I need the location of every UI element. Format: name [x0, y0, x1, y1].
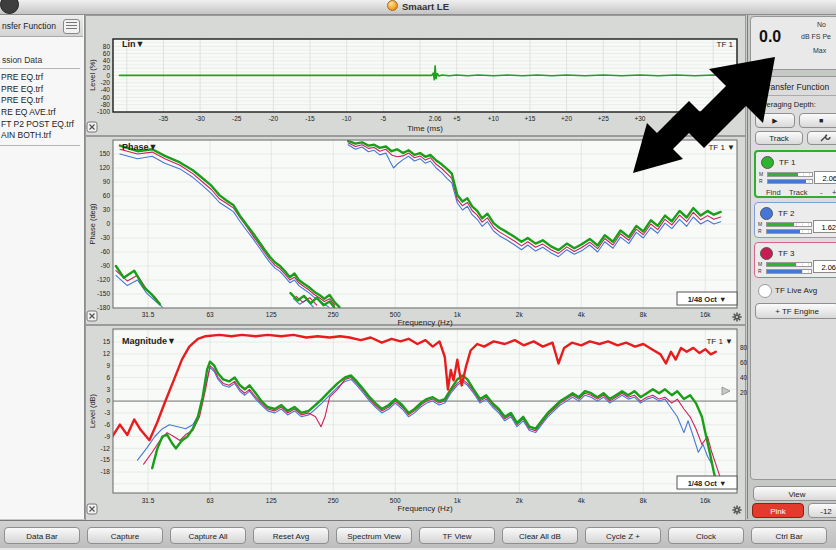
- axis-tick-label: 0: [106, 72, 110, 79]
- tf2-r-meter: [766, 229, 812, 234]
- tf1-label: TF 1: [779, 158, 795, 167]
- tf3-delay-value[interactable]: 2.06: [813, 260, 836, 273]
- tf1-delay-value[interactable]: 2.06: [814, 171, 836, 184]
- file-list-item[interactable]: FT P2 POST EQ.trf: [1, 119, 83, 131]
- axis-tick-label: 250: [328, 497, 339, 504]
- tf1-minus-button[interactable]: -: [820, 188, 823, 197]
- window-title: Smaart LE: [402, 1, 449, 12]
- track-button[interactable]: Track: [755, 131, 803, 145]
- axis-tick-label: -3: [104, 409, 110, 416]
- axis-tick-label: 6: [106, 374, 110, 381]
- octave-smoothing-dropdown[interactable]: 1/48 Oct ▼: [677, 476, 737, 489]
- bottom-toolbar: Data BarCaptureCapture AllReset AvgSpect…: [0, 520, 836, 549]
- axis-tick-label: -100: [97, 108, 110, 115]
- toolbar-button-ctrl-bar[interactable]: Ctrl Bar: [751, 527, 827, 544]
- tf3-active-dot[interactable]: [760, 247, 773, 260]
- play-button[interactable]: ▶: [755, 113, 795, 128]
- stop-button[interactable]: ■: [799, 113, 836, 128]
- divider: [753, 95, 836, 96]
- axis-tick-label: 8k: [640, 497, 648, 504]
- meter-note: No: [817, 21, 826, 28]
- tf2-box[interactable]: TF 2 M R 1.62: [754, 202, 836, 238]
- tf-header: Transfer Function: [751, 82, 836, 92]
- toolbar-button-spectrum-view[interactable]: Spectrum View: [336, 527, 412, 544]
- tf2-active-dot[interactable]: [760, 207, 773, 220]
- axis-tick-label: -180: [97, 304, 110, 311]
- file-list-item[interactable]: PRE EQ.trf: [1, 95, 83, 107]
- add-tf-engine-button[interactable]: + TF Engine: [755, 303, 836, 319]
- tf1-m-meter: [767, 172, 813, 177]
- axis-tick-label: -120: [97, 276, 110, 283]
- tf1-r-meter: [767, 179, 813, 184]
- axis-tick-label: -9: [104, 433, 110, 440]
- tf3-box[interactable]: TF 3 M R 2.06: [754, 242, 836, 278]
- tf1-box[interactable]: TF 1 M R 2.06 Find Track - +: [754, 150, 836, 198]
- octave-smoothing-label: 1/48 Oct ▼: [688, 295, 727, 304]
- axis-tick-label: 40: [103, 57, 111, 64]
- axis-tick-label: 31.5: [142, 311, 155, 318]
- view-label: View: [788, 490, 805, 499]
- pink-noise-button[interactable]: Pink Noise: [752, 503, 804, 518]
- toolbar-button-reset-avg[interactable]: Reset Avg: [253, 527, 329, 544]
- magnitude-plot-svg: Magnitude▼TF 1 ▼15129630-3-6-9-12-15-188…: [85, 325, 746, 521]
- axis-tick-label: 31.5: [142, 497, 155, 504]
- tf1-plus-button[interactable]: +: [832, 188, 836, 197]
- toolbar-button-data-bar[interactable]: Data Bar: [4, 527, 80, 544]
- axis-tick-label: +25: [598, 115, 609, 122]
- magnitude-plot-type-dropdown[interactable]: Magnitude▼: [122, 336, 176, 346]
- axis-tick-label: -150: [97, 290, 110, 297]
- toolbar-button-clock[interactable]: Clock: [668, 527, 744, 544]
- file-list-item[interactable]: PRE EQ.trf: [1, 72, 83, 84]
- toolbar-button-tf-view[interactable]: TF View: [419, 527, 495, 544]
- file-list-item[interactable]: PRE EQ.trf: [1, 84, 83, 96]
- tools-button[interactable]: [807, 131, 836, 145]
- tf1-find-button[interactable]: Find: [766, 188, 781, 197]
- file-list-item[interactable]: AIN BOTH.trf: [1, 130, 83, 142]
- axis-tick-label: 16k: [700, 497, 711, 504]
- toolbar-button-cycle-z-[interactable]: Cycle Z +: [585, 527, 661, 544]
- axis-tick-label: 80: [103, 43, 111, 50]
- close-plot-icon[interactable]: [87, 122, 97, 132]
- close-plot-icon[interactable]: [87, 504, 97, 514]
- gear-icon[interactable]: [732, 312, 741, 321]
- axis-tick-label: 9: [106, 362, 110, 369]
- phase-active-tf-dropdown[interactable]: TF 1 ▼: [708, 143, 735, 152]
- tf-live-avg-radio[interactable]: [758, 284, 772, 298]
- tf3-r-meter: [766, 269, 812, 274]
- phase-plot-type-dropdown[interactable]: Phase▼: [122, 142, 157, 152]
- session-data-label[interactable]: ssion Data: [2, 55, 42, 65]
- toolbar-button-capture-all[interactable]: Capture All: [170, 527, 246, 544]
- magnitude-active-tf-dropdown[interactable]: TF 1 ▼: [706, 337, 733, 346]
- add-tf-engine-label: + TF Engine: [775, 307, 819, 316]
- axis-tick-label: +40: [708, 115, 719, 122]
- r-meter-label: R: [759, 178, 763, 184]
- impulse-plot-type-dropdown[interactable]: Lin▼: [122, 39, 144, 49]
- axis-tick-label: 60: [103, 192, 111, 199]
- axis-tick-label: 3: [106, 386, 110, 393]
- axis-tick-label: -60: [101, 248, 111, 255]
- axis-tick-label: 4k: [578, 311, 586, 318]
- axis-tick-label: -80: [101, 101, 111, 108]
- axis-tick-label: 500: [390, 497, 401, 504]
- octave-smoothing-dropdown[interactable]: 1/48 Oct ▼: [677, 292, 737, 305]
- tf2-delay-value[interactable]: 1.62: [813, 220, 836, 233]
- tf1-active-dot[interactable]: [761, 156, 774, 169]
- toolbar-button-capture[interactable]: Capture: [87, 527, 163, 544]
- axis-tick-label: 60: [103, 50, 111, 57]
- gear-icon[interactable]: [732, 505, 741, 514]
- axis-tick-label: 120: [99, 164, 110, 171]
- axis-tick-label: +5: [453, 115, 461, 122]
- app-icon: [387, 0, 398, 11]
- axis-tick-label: -35: [159, 115, 169, 122]
- close-plot-icon[interactable]: [87, 311, 97, 321]
- file-list-item[interactable]: RE EQ AVE.trf: [1, 107, 83, 119]
- view-button[interactable]: View: [753, 486, 836, 501]
- noise-level-button[interactable]: -12 dB: [808, 503, 836, 518]
- stop-icon: ■: [819, 117, 823, 124]
- r-meter-label: R: [758, 268, 762, 274]
- averaging-depth-label: Averaging Depth:: [758, 100, 816, 109]
- toolbar-button-clear-all-db[interactable]: Clear All dB: [502, 527, 578, 544]
- tf1-track-button[interactable]: Track: [789, 188, 807, 197]
- play-icon: ▶: [772, 117, 777, 124]
- menu-icon[interactable]: [63, 19, 80, 34]
